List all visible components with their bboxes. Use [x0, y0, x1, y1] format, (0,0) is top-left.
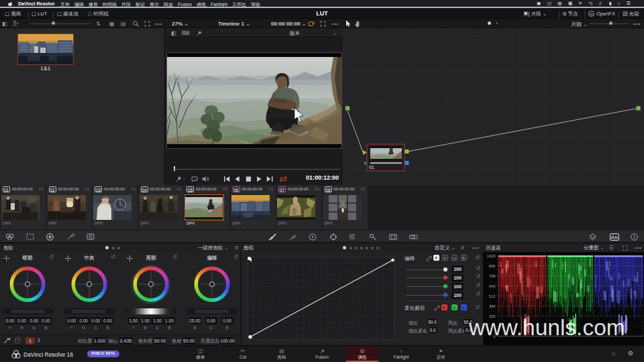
svg-text:896: 896: [489, 264, 496, 268]
svg-text:512: 512: [489, 294, 496, 298]
svg-text:768: 768: [489, 274, 496, 278]
svg-text:640: 640: [489, 284, 496, 288]
svg-text:384: 384: [489, 304, 496, 308]
svg-text:1023: 1023: [487, 254, 496, 258]
svg-text:A: A: [15, 339, 19, 343]
svg-text:01: 01: [369, 165, 374, 170]
svg-text:fx: fx: [590, 12, 593, 16]
